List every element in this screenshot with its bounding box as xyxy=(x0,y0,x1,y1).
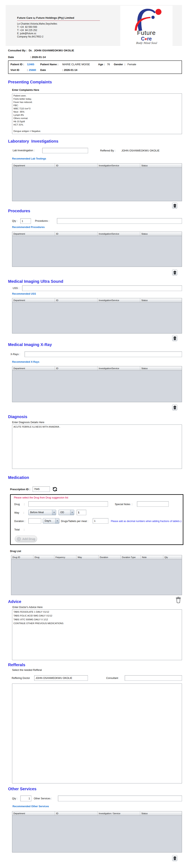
company-header: Future Care by Future Holdings (Pty) Lim… xyxy=(6,5,182,46)
age-value: 76 xyxy=(107,63,110,66)
visit-id-label: Visit ID xyxy=(10,68,19,71)
procedures-table-header: Department ID Investigation/Service Stat… xyxy=(12,232,182,236)
procedures-qty-label: Qty : xyxy=(12,219,17,222)
recommended-other-services-link[interactable]: Recommended Other Services xyxy=(12,805,49,808)
uss-delete-button[interactable] xyxy=(172,335,177,341)
heart-icon: ♥ xyxy=(145,37,147,41)
recommended-procedures-link[interactable]: Recommended Procedures xyxy=(12,226,45,228)
other-qty-input[interactable] xyxy=(20,796,31,801)
visit-id-value: 25680 xyxy=(29,68,36,71)
diagnosis-textarea[interactable]: ACUTE FEBRILE ILLNESS WITH ANAEMIA . xyxy=(12,425,182,469)
special-notes-input[interactable] xyxy=(137,501,169,507)
add-drug-button[interactable]: Add Drug xyxy=(15,535,37,542)
xray-delete-button[interactable] xyxy=(172,404,177,410)
way-label: Way : xyxy=(14,512,24,514)
recommended-xray-link[interactable]: Recommended X-Rays xyxy=(12,361,39,363)
per-meal-input[interactable] xyxy=(93,518,108,524)
column-header: Investigation/Service xyxy=(98,366,140,370)
section-title-referrals: Refferals xyxy=(8,662,25,667)
fraction-hint: Please add as decimal numbers when addin… xyxy=(111,520,182,523)
other-services-delete-button[interactable] xyxy=(172,855,177,861)
xray-input[interactable] xyxy=(25,351,182,357)
uss-table-header: Department ID Investigation/Service Stat… xyxy=(12,298,182,303)
advice-delete-button[interactable] xyxy=(175,596,181,603)
drug-list-table: Drug ID Drug Fequency Way Duration Durat… xyxy=(11,555,182,595)
column-header: Department xyxy=(12,811,55,815)
section-title-ultrasound: Medical Imaging Ultra Sound xyxy=(8,279,63,284)
recommended-uss-link[interactable]: Recommended USS xyxy=(12,292,36,295)
procedures-input[interactable] xyxy=(57,218,182,224)
gender-label: Gender : xyxy=(114,63,125,66)
trash-icon xyxy=(173,406,176,409)
meal-select-value: Before Meal xyxy=(29,510,52,515)
lab-delete-button[interactable] xyxy=(172,203,177,209)
patient-name-label: Patient Name : xyxy=(40,63,58,66)
logo-care-pre: C xyxy=(141,36,145,41)
way-qty-input[interactable] xyxy=(77,510,86,515)
column-header: Department xyxy=(12,366,55,370)
consultant-input[interactable] xyxy=(125,675,182,681)
duration-unit-select[interactable]: Day/s ▼ xyxy=(43,518,59,524)
procedures-table: Department ID Investigation/Service Stat… xyxy=(12,231,182,267)
xray-table-body[interactable] xyxy=(12,371,182,402)
drug-label: Drug : xyxy=(14,503,25,506)
gender-value: Female xyxy=(127,63,136,66)
trash-icon xyxy=(176,597,181,603)
other-services-input-label: Other Services : xyxy=(34,797,52,800)
prescription-id-input[interactable] xyxy=(33,486,50,492)
column-header: Department xyxy=(12,232,55,236)
section-title-advice: Advice xyxy=(8,599,21,604)
frequency-select[interactable]: OD ▼ xyxy=(59,510,74,515)
uss-table-body[interactable] xyxy=(12,303,182,333)
column-header: Duration xyxy=(99,555,121,559)
drug-input[interactable] xyxy=(28,501,108,507)
section-title-presenting-complaints: Presenting Complaints xyxy=(8,80,52,84)
uss-input[interactable] xyxy=(22,285,182,291)
referring-doctor-input[interactable] xyxy=(34,675,88,681)
duration-label: Duration : xyxy=(14,520,25,523)
visit-id-colon: : xyxy=(27,68,28,71)
column-header: Investigation/Service xyxy=(98,232,140,236)
column-header: Investigation/Service xyxy=(98,298,140,302)
referrals-list-box[interactable] xyxy=(12,684,182,783)
column-header: Investigation / Service xyxy=(98,811,140,815)
drug-table-header: Drug ID Drug Fequency Way Duration Durat… xyxy=(11,555,182,559)
meal-select[interactable]: Before Meal ▼ xyxy=(28,510,56,515)
complaints-textarea[interactable]: Patient seen. Feels better today, Fever … xyxy=(12,93,182,134)
other-services-input[interactable] xyxy=(58,796,182,801)
referrals-label: Select the needed Refferal xyxy=(12,669,42,672)
special-notes-label: Special Notes : xyxy=(115,503,133,506)
procedures-qty-input[interactable] xyxy=(20,218,31,224)
consult-date-label: Date xyxy=(8,56,30,59)
other-services-table-body[interactable] xyxy=(12,816,182,852)
lab-table-body[interactable] xyxy=(12,168,182,201)
plus-circle-icon xyxy=(17,537,21,541)
column-header: Investigation/Service xyxy=(98,163,140,167)
drug-list-label: Drug List xyxy=(10,550,21,553)
patient-id-value: 12465 xyxy=(27,63,34,66)
patient-info-box: Patient ID : 12465 Patient Name : MARIE … xyxy=(8,60,182,74)
procedures-delete-button[interactable] xyxy=(172,270,177,276)
company-underline xyxy=(17,20,100,21)
duration-input[interactable] xyxy=(28,518,41,524)
company-address: Le Chainter,Victoria,Mahe,Seychelles xyxy=(17,22,57,25)
referring-doctor-label: Reffering Doctor xyxy=(12,677,30,680)
uss-table: Department ID Investigation/Service Stat… xyxy=(12,298,182,334)
add-drug-label: Add Drug xyxy=(22,537,35,540)
recommended-lab-testings-link[interactable]: Recommended Lab Testings xyxy=(12,157,46,160)
chevron-down-icon: ▼ xyxy=(55,518,59,523)
column-header: Fequency xyxy=(54,555,76,559)
column-header: Way xyxy=(76,555,99,559)
lab-investigation-input[interactable] xyxy=(42,148,88,153)
referred-by-value: JOHN OSANWEOKWU OKOLIE xyxy=(121,149,159,152)
referred-by-label: Reffered By : xyxy=(100,149,115,152)
prescription-refresh-button[interactable] xyxy=(51,486,58,492)
drug-table-body[interactable] xyxy=(11,559,182,595)
chevron-down-icon: ▼ xyxy=(70,510,74,515)
column-header: Note xyxy=(141,555,163,559)
drug-suggestion-note: Please select the Drug from Drug suggess… xyxy=(14,496,68,499)
prescription-id-label: Prescription ID : xyxy=(10,488,30,491)
consultation-page: Future Care by Future Holdings (Pty) Lim… xyxy=(0,0,187,868)
advice-textarea[interactable]: TABS FESSOLATE 1 DAILY X1/12 TABS FOLIC … xyxy=(12,610,182,660)
procedures-table-body[interactable] xyxy=(12,236,182,267)
